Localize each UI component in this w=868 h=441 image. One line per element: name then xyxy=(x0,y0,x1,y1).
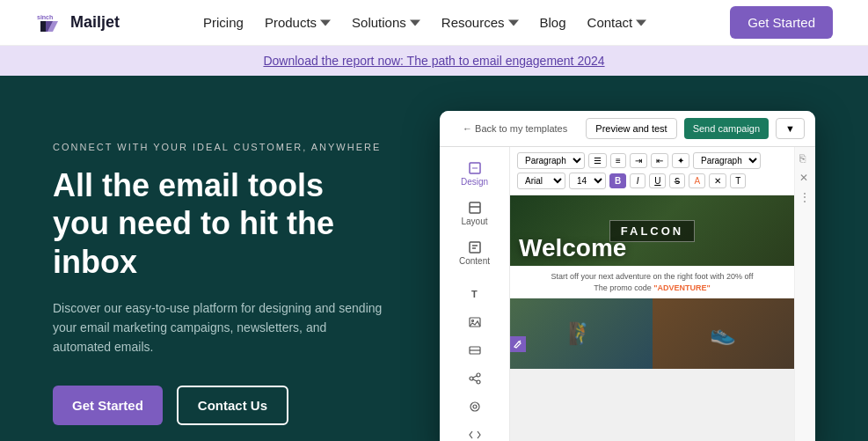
format-bold[interactable]: B xyxy=(609,173,626,188)
logo-text: Mailjet xyxy=(70,13,120,32)
divider-tool-icon xyxy=(468,343,482,357)
editor-back-button[interactable]: ← Back to my templates xyxy=(450,123,567,134)
mailjet-logo-icon: sinch xyxy=(35,9,63,37)
editor-topbar: ← Back to my templates Preview and test … xyxy=(440,111,815,147)
hero-content: Connect with your ideal customer, anywhe… xyxy=(53,142,387,425)
nav-pricing[interactable]: Pricing xyxy=(203,15,244,30)
editor-canvas: FALCON Welcome Start off your next adven… xyxy=(510,195,794,369)
nav-contact[interactable]: Contact xyxy=(587,15,647,30)
font-family-select[interactable]: Arial xyxy=(517,173,565,189)
nav-resources[interactable]: Resources xyxy=(441,15,519,30)
editor-toolbar: Paragraph ☰ ≡ ⇥ ⇤ ✦ Paragraph xyxy=(510,147,794,195)
format-strikethrough[interactable]: S̶ xyxy=(669,173,685,188)
hero-section: Connect with your ideal customer, anywhe… xyxy=(0,76,868,441)
svg-point-22 xyxy=(473,405,477,408)
tool-divider[interactable] xyxy=(440,336,509,364)
navbar-get-started-button[interactable]: Get Started xyxy=(730,6,833,39)
editor-mockup: ← Back to my templates Preview and test … xyxy=(440,111,815,441)
svg-line-19 xyxy=(473,376,477,378)
svg-point-13 xyxy=(471,320,473,322)
format-extra[interactable]: T xyxy=(730,173,746,188)
chevron-down-icon xyxy=(508,18,519,28)
image-tool-icon xyxy=(468,315,482,329)
hero-contact-us-button[interactable]: Contact Us xyxy=(177,386,288,425)
hero-heading: All the email tools you need to hit the … xyxy=(53,166,387,281)
toolbar-row1: Paragraph ☰ ≡ ⇥ ⇤ ✦ Paragraph xyxy=(517,152,787,169)
editor-center: Paragraph ☰ ≡ ⇥ ⇤ ✦ Paragraph xyxy=(510,147,815,441)
format-color[interactable]: A xyxy=(689,173,705,188)
canvas-hero-image: FALCON Welcome xyxy=(510,195,794,266)
nav-blog[interactable]: Blog xyxy=(540,15,566,30)
svg-point-16 xyxy=(470,377,473,380)
boots-icon: 👟 xyxy=(710,321,736,346)
tool-text[interactable]: T xyxy=(440,280,509,308)
nav-solutions[interactable]: Solutions xyxy=(352,15,420,30)
tool-image[interactable] xyxy=(440,308,509,336)
hiker-icon: 🧗 xyxy=(568,321,594,346)
right-move-icon[interactable]: ⋮ xyxy=(799,191,812,203)
right-delete-icon[interactable]: ✕ xyxy=(799,172,812,184)
svg-rect-8 xyxy=(470,242,480,253)
editor-send-button[interactable]: Send campaign xyxy=(684,118,769,139)
tool-code[interactable] xyxy=(440,421,509,441)
layout-icon xyxy=(468,201,482,215)
social-tool-icon xyxy=(468,371,482,386)
hero-body: Discover our easy-to-use platform for de… xyxy=(53,298,387,357)
format-ordered-list[interactable]: ≡ xyxy=(610,153,626,168)
format-clear[interactable]: ✕ xyxy=(709,173,726,188)
sidebar-tab-content[interactable]: Content xyxy=(440,233,509,273)
code-tool-icon xyxy=(468,428,482,441)
sidebar-tab-design[interactable]: Design xyxy=(440,154,509,194)
tool-video[interactable] xyxy=(440,393,509,421)
tool-social[interactable] xyxy=(440,364,509,393)
editor-main: Design Layout Content T xyxy=(440,147,815,441)
canvas-image-hiker: 🧗 xyxy=(510,298,653,369)
hero-eyebrow: Connect with your ideal customer, anywhe… xyxy=(53,142,387,152)
promo-banner: Download the report now: The path to ema… xyxy=(0,46,868,76)
edit-icon xyxy=(514,340,522,349)
toolbar-row2: Arial 14 B I U S̶ A ✕ T xyxy=(517,173,787,189)
format-underline[interactable]: U xyxy=(649,173,666,188)
canvas-image-boots: 👟 xyxy=(653,298,795,369)
canvas-welcome: Welcome xyxy=(510,231,794,266)
format-italic[interactable]: I xyxy=(630,173,646,188)
content-icon xyxy=(468,240,482,254)
svg-point-17 xyxy=(477,373,480,377)
svg-point-21 xyxy=(470,402,479,411)
hero-buttons: Get Started Contact Us xyxy=(53,386,387,425)
chevron-down-icon xyxy=(636,18,646,28)
right-style-select[interactable]: Paragraph xyxy=(693,152,761,169)
nav-links: Pricing Products Solutions Resources Blo… xyxy=(203,15,646,30)
format-insert[interactable]: ✦ xyxy=(672,153,689,168)
canvas-bottom-images: 🧗 👟 xyxy=(510,298,794,369)
hero-get-started-button[interactable]: Get Started xyxy=(53,386,163,425)
video-tool-icon xyxy=(468,400,482,414)
editor-more-button[interactable]: ▼ xyxy=(776,118,805,139)
design-icon xyxy=(468,161,482,175)
text-tool-icon: T xyxy=(468,287,482,301)
chevron-down-icon xyxy=(320,18,331,28)
edit-handle[interactable] xyxy=(510,336,526,352)
editor-right-icons: ⎘ ✕ ⋮ xyxy=(794,147,815,441)
logo[interactable]: sinch Mailjet xyxy=(35,9,120,37)
banner-link[interactable]: Download the report now: The path to ema… xyxy=(263,54,604,68)
chevron-down-icon xyxy=(410,18,420,28)
svg-line-20 xyxy=(473,379,477,381)
editor-back-label: ← Back to my templates xyxy=(463,123,567,134)
format-indent[interactable]: ⇥ xyxy=(630,153,647,168)
format-unordered-list[interactable]: ☰ xyxy=(588,153,607,168)
svg-rect-6 xyxy=(470,202,480,213)
editor-topbar-actions: Preview and test Send campaign ▼ xyxy=(586,118,805,139)
editor-preview-button[interactable]: Preview and test xyxy=(586,118,676,139)
nav-products[interactable]: Products xyxy=(265,15,331,30)
format-outdent[interactable]: ⇤ xyxy=(651,153,668,168)
right-copy-icon[interactable]: ⎘ xyxy=(799,152,812,165)
canvas-promo-code: "ADVENTURE" xyxy=(653,283,711,292)
svg-text:sinch: sinch xyxy=(37,14,53,20)
font-style-select[interactable]: Paragraph xyxy=(517,152,585,169)
svg-point-18 xyxy=(477,380,480,384)
font-size-select[interactable]: 14 xyxy=(569,173,606,189)
editor-sidebar: Design Layout Content T xyxy=(440,147,510,441)
canvas-promo: Start off your next adventure on the rig… xyxy=(510,266,794,298)
sidebar-tab-layout[interactable]: Layout xyxy=(440,194,509,233)
